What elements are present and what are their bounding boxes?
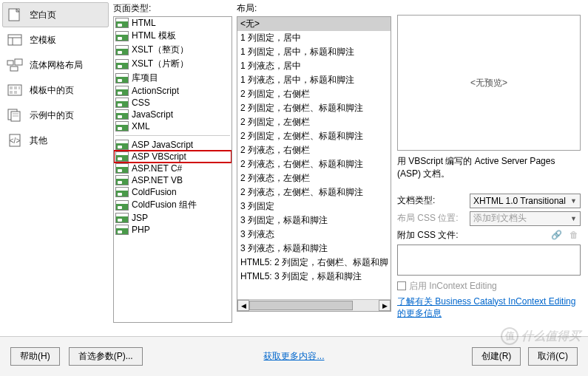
create-button[interactable]: 创建(R)	[472, 347, 521, 366]
layout-item[interactable]: 2 列固定，右侧栏	[237, 87, 391, 101]
file-type-icon	[115, 140, 129, 150]
file-type-icon	[115, 86, 129, 96]
category-fluid-grid[interactable]: 流体网格布局	[2, 52, 109, 78]
type-item[interactable]: ColdFusion	[114, 186, 232, 198]
description-text: 用 VBScript 编写的 Active Server Pages (ASP)…	[397, 155, 581, 180]
layout-item[interactable]: <无>	[237, 17, 391, 31]
scroll-right-button[interactable]: ▶	[379, 300, 391, 311]
scroll-left-button[interactable]: ◀	[237, 300, 249, 311]
type-label: JSP	[132, 213, 148, 223]
type-item[interactable]: XML	[114, 120, 232, 132]
type-item[interactable]: HTML 模板	[114, 29, 232, 43]
page-types-header: 页面类型:	[113, 2, 232, 16]
page-types-list[interactable]: HTMLHTML 模板XSLT（整页）XSLT（片断）库项目ActionScri…	[113, 16, 232, 323]
incontext-checkbox[interactable]	[397, 281, 406, 290]
file-type-icon	[115, 45, 129, 55]
type-label: ColdFusion 组件	[132, 199, 197, 211]
type-item[interactable]: ASP VBScript	[114, 151, 232, 163]
type-item[interactable]: ColdFusion 组件	[114, 198, 232, 212]
watermark: 值 什么值得买	[501, 327, 581, 345]
layout-item[interactable]: 2 列液态，右侧栏	[237, 143, 391, 157]
type-item[interactable]: ASP JavaScript	[114, 139, 232, 151]
svg-rect-10	[18, 86, 20, 89]
layout-item[interactable]: 3 列液态，标题和脚注	[237, 242, 391, 256]
category-label: 示例中的页	[30, 109, 74, 122]
type-item[interactable]: XSLT（整页）	[114, 43, 232, 57]
type-label: ASP JavaScript	[132, 140, 193, 150]
layout-item[interactable]: 3 列固定	[237, 199, 391, 213]
type-item[interactable]: 库项目	[114, 71, 232, 85]
type-item[interactable]: XSLT（片断）	[114, 57, 232, 71]
svg-text:</>: </>	[10, 137, 21, 145]
type-label: PHP	[132, 225, 150, 235]
category-blank-template[interactable]: 空模板	[2, 27, 109, 52]
preview-box: <无预览>	[397, 15, 581, 151]
category-from-sample[interactable]: 示例中的页	[2, 103, 109, 128]
type-label: JavaScript	[132, 109, 173, 120]
footer-bar: 帮助(H) 首选参数(P)... 获取更多内容... 创建(R) 取消(C)	[0, 336, 588, 376]
layout-item[interactable]: 1 列固定，居中	[237, 31, 391, 45]
help-button[interactable]: 帮助(H)	[10, 347, 60, 366]
layout-item[interactable]: 2 列固定，右侧栏、标题和脚注	[237, 101, 391, 115]
file-type-icon	[115, 121, 129, 131]
file-type-icon	[115, 175, 129, 185]
file-type-icon	[115, 109, 129, 120]
layout-item[interactable]: 2 列液态，左侧栏	[237, 171, 391, 185]
layout-item[interactable]: 1 列固定，居中，标题和脚注	[237, 45, 391, 59]
file-type-icon	[115, 151, 129, 162]
css-pos-label: 布局 CSS 位置:	[397, 212, 465, 225]
category-label: 空白页	[30, 9, 56, 21]
scroll-track[interactable]	[249, 300, 379, 311]
type-item[interactable]: ASP.NET VB	[114, 174, 232, 186]
more-content-link[interactable]: 获取更多内容...	[263, 350, 324, 363]
layout-item[interactable]: 3 列固定，标题和脚注	[237, 213, 391, 228]
category-other[interactable]: </> 其他	[2, 128, 109, 153]
type-item[interactable]: HTML	[114, 17, 232, 29]
blank-template-icon	[6, 33, 24, 47]
layout-item[interactable]: 3 列液态	[237, 228, 391, 242]
layout-item[interactable]: HTML5: 2 列固定，右侧栏、标题和脚	[237, 256, 391, 270]
type-item[interactable]: PHP	[114, 224, 232, 236]
type-label: XSLT（整页）	[132, 44, 189, 56]
file-type-icon	[115, 98, 129, 108]
doctype-select[interactable]: XHTML 1.0 Transitional ▼	[470, 194, 581, 208]
fluid-grid-icon	[6, 58, 24, 72]
cancel-button[interactable]: 取消(C)	[528, 347, 578, 366]
incontext-label: 启用 InContext Editing	[409, 280, 497, 293]
css-pos-select: 添加到文档头 ▼	[470, 211, 581, 226]
incontext-link[interactable]: 了解有关 Business Catalyst InContext Editing…	[397, 295, 581, 321]
category-from-template[interactable]: 模板中的页	[2, 78, 109, 103]
type-label: ASP VBScript	[132, 151, 186, 162]
type-item[interactable]: CSS	[114, 97, 232, 109]
layout-item[interactable]: 1 列液态，居中	[237, 59, 391, 73]
type-label: HTML	[132, 18, 156, 28]
file-type-icon	[115, 18, 129, 28]
category-sidebar: 空白页 空模板 流体网格布局 模板中的页 示例中的页 </> 其他	[0, 0, 113, 324]
type-item[interactable]: ActionScript	[114, 85, 232, 97]
from-sample-icon	[6, 108, 24, 123]
horizontal-scrollbar[interactable]: ◀ ▶	[237, 299, 391, 311]
layout-item[interactable]: 2 列固定，左侧栏	[237, 115, 391, 129]
type-label: ASP.NET VB	[132, 175, 183, 185]
layout-item[interactable]: 1 列液态，居中，标题和脚注	[237, 73, 391, 87]
type-item[interactable]: ASP.NET C#	[114, 163, 232, 174]
file-type-icon	[115, 200, 129, 211]
scroll-thumb[interactable]	[249, 301, 353, 310]
layout-item[interactable]: 2 列固定，左侧栏、标题和脚注	[237, 129, 391, 143]
type-item[interactable]: JSP	[114, 212, 232, 224]
layouts-list[interactable]: <无>1 列固定，居中1 列固定，居中，标题和脚注1 列液态，居中1 列液态，居…	[237, 16, 391, 312]
link-css-icon[interactable]: 🔗	[550, 229, 563, 241]
layout-item[interactable]: 2 列液态，右侧栏、标题和脚注	[237, 157, 391, 171]
svg-rect-6	[10, 66, 18, 71]
category-blank-page[interactable]: 空白页	[2, 2, 109, 27]
layouts-header: 布局:	[237, 2, 391, 16]
chevron-down-icon: ▼	[570, 215, 577, 222]
type-label: ActionScript	[132, 86, 179, 96]
layout-item[interactable]: HTML5: 3 列固定，标题和脚注	[237, 270, 391, 284]
layout-item[interactable]: 2 列液态，左侧栏、标题和脚注	[237, 185, 391, 199]
attach-css-list[interactable]	[397, 245, 581, 276]
type-label: XML	[132, 121, 150, 131]
prefs-button[interactable]: 首选参数(P)...	[69, 347, 143, 366]
type-item[interactable]: JavaScript	[114, 109, 232, 120]
type-label: XSLT（片断）	[132, 58, 189, 70]
